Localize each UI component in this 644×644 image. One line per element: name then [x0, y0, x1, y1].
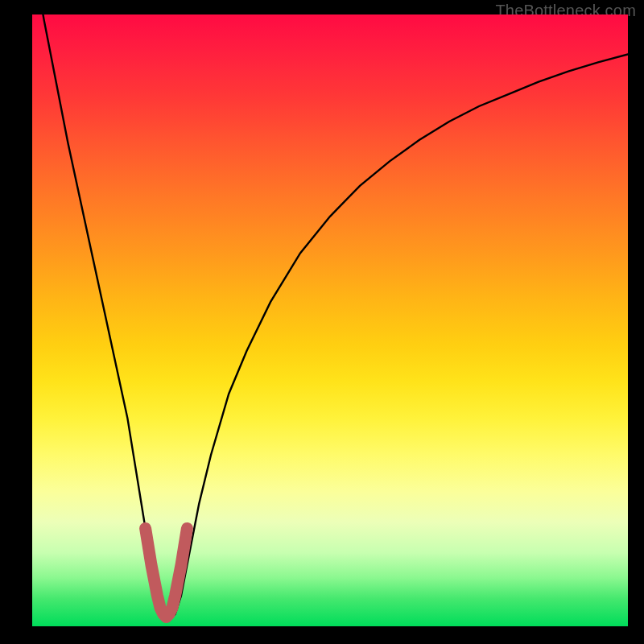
- curve-layer: [32, 14, 628, 626]
- chart-stage: TheBottleneck.com: [0, 0, 644, 644]
- plot-area: [32, 14, 628, 626]
- bottleneck-curve-path: [32, 14, 628, 620]
- minimum-marker-path: [146, 528, 188, 617]
